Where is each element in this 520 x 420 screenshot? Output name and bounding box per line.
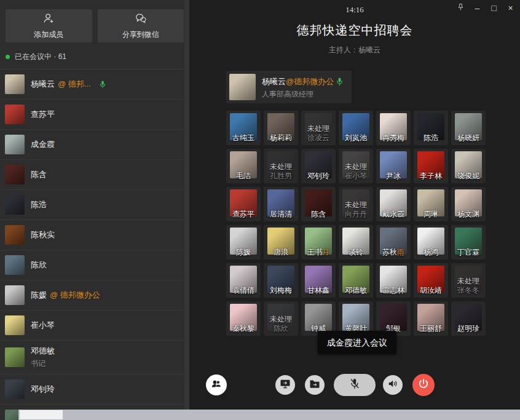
participant-tile[interactable]: 杨文渊	[451, 187, 486, 221]
participant-name: 居清清	[264, 209, 298, 220]
member-row[interactable]: 陈含	[0, 160, 189, 190]
participant-tile[interactable]: 居清清	[264, 187, 298, 221]
participant-tile[interactable]: 陈含	[301, 187, 336, 221]
member-avatar	[5, 225, 25, 245]
speaker-volume-button[interactable]	[383, 375, 403, 395]
participant-tile[interactable]: 丁官霖	[451, 225, 486, 260]
participant-name: 王丽舒	[414, 323, 448, 334]
participant-name: 周琳	[414, 209, 448, 220]
mic-mute-button[interactable]	[334, 374, 376, 396]
participant-tile[interactable]: 毛洁	[226, 149, 261, 183]
participant-tile[interactable]: 未处理张冬冬	[451, 263, 486, 298]
member-subtitle: 书记	[31, 359, 55, 369]
screen-share-button[interactable]	[275, 375, 295, 395]
participant-tile[interactable]: 陈媛	[226, 225, 261, 260]
participant-tile[interactable]: 雷志林	[376, 263, 411, 298]
participant-name: 雷志林	[376, 285, 411, 296]
file-share-button[interactable]	[305, 375, 325, 395]
member-row[interactable]: 崔小琴	[0, 311, 189, 341]
participant-name: 陈媛	[226, 247, 261, 258]
member-row[interactable]: 陈秋实	[0, 220, 189, 250]
participant-tile[interactable]: 刘梅梅	[264, 263, 298, 298]
participant-tile[interactable]: 陈浩	[414, 111, 448, 145]
participant-tile[interactable]: 杨鸿	[414, 225, 448, 260]
participant-tile[interactable]: 杨莉莉	[264, 111, 298, 145]
member-list-scrollbar[interactable]	[184, 0, 189, 420]
participant-tile[interactable]: 饶俊妮	[451, 149, 486, 183]
participant-name: 李子林	[414, 171, 448, 181]
member-avatar	[5, 74, 25, 94]
minimize-button[interactable]: –	[469, 0, 486, 16]
participant-tile[interactable]: 未处理崔小琴	[339, 149, 373, 183]
participant-tile[interactable]: 李子林	[414, 149, 448, 183]
member-list: 杨曦云@ 德邦...查苏平成金霞陈含陈浩陈秋实陈欣陈媛@ 德邦微办公崔小琴邓德敏…	[0, 69, 189, 420]
members-button[interactable]	[206, 374, 227, 395]
participant-name: 邓德敏	[339, 285, 373, 296]
participant-name: 杨晓妍	[451, 133, 486, 143]
participant-name: 查苏平	[226, 209, 261, 220]
power-icon	[417, 378, 430, 392]
member-row[interactable]: 陈欣	[0, 250, 189, 280]
participant-tile[interactable]: 王书月	[301, 225, 336, 260]
participant-tile[interactable]: 古纯玉	[226, 111, 261, 145]
participant-tile[interactable]: 查苏平	[226, 187, 261, 221]
participant-tile[interactable]: 冉秀梅	[376, 111, 411, 145]
share-wechat-button[interactable]: 分享到微信	[98, 9, 184, 42]
member-avatar	[5, 195, 25, 215]
participant-tile[interactable]: 戴永霞	[376, 187, 411, 221]
pin-button[interactable]	[452, 0, 469, 16]
participant-tile[interactable]: 王丽舒	[414, 301, 448, 336]
window-controls: – □ ×	[452, 0, 519, 16]
speaker-card[interactable]: 杨曦云 @德邦微办公 人事部高级经理	[226, 71, 352, 103]
member-row[interactable]: 邓钊玲	[0, 374, 189, 405]
participant-tile[interactable]: 邓钊玲	[301, 149, 336, 183]
member-row[interactable]: 邓德敏书记	[0, 341, 189, 374]
participant-name: 戴永霞	[376, 209, 411, 220]
member-org: @ 德邦微办公	[50, 290, 100, 301]
participant-name: 刘梅梅	[264, 285, 298, 296]
participant-name: 甘林鑫	[301, 285, 336, 296]
maximize-button[interactable]: □	[486, 0, 502, 16]
participant-tile[interactable]: 未处理孔胜男	[264, 149, 298, 183]
participant-tile[interactable]: 未处理向丹丹	[339, 187, 373, 221]
participant-name: 饶俊妮	[451, 171, 486, 181]
participant-tile[interactable]: 杨晓妍	[451, 111, 486, 145]
participant-grid: 古纯玉杨莉莉未处理徐凌云刘岚池冉秀梅陈浩杨晓妍毛洁未处理孔胜男邓钊玲未处理崔小琴…	[226, 111, 486, 336]
participant-tile[interactable]: 尹冰	[376, 149, 411, 183]
member-row[interactable]: 陈媛@ 德邦微办公	[0, 280, 189, 311]
participant-name: 陈欣	[264, 323, 298, 334]
member-row[interactable]: 杨曦云@ 德邦...	[0, 69, 189, 100]
participant-tile[interactable]: 唐浪	[264, 225, 298, 260]
participant-tile[interactable]: 袁倩倩	[226, 263, 261, 298]
member-name: 陈浩	[31, 199, 47, 210]
participant-tile[interactable]: 苏秋雨	[376, 225, 411, 260]
scrollbar-thumb[interactable]	[20, 410, 63, 419]
participant-tile[interactable]: 赵明珍	[451, 301, 486, 336]
participant-tile[interactable]: 周琳	[414, 187, 448, 221]
participant-name: 杨鸿	[414, 247, 448, 258]
participant-tile[interactable]: 秦秋黎	[226, 301, 261, 336]
close-button[interactable]: ×	[502, 0, 519, 16]
member-row[interactable]: 查苏平	[0, 100, 189, 130]
join-toast: 成金霞进入会议	[318, 331, 396, 354]
participant-name: 丁官霖	[451, 247, 486, 258]
participant-tile[interactable]: 未处理徐凌云	[301, 111, 336, 145]
member-row[interactable]: 陈浩	[0, 190, 189, 220]
participant-tile[interactable]: 刘岚池	[339, 111, 373, 145]
member-row[interactable]: 成金霞	[0, 130, 189, 160]
horizontal-scrollbar[interactable]	[18, 410, 520, 420]
members-icon	[210, 378, 223, 392]
member-name: 陈欣	[31, 260, 47, 271]
add-member-button[interactable]: 添加成员	[6, 9, 92, 42]
participant-name: 杨莉莉	[264, 133, 298, 143]
participant-tile[interactable]: 胡汝靖	[414, 263, 448, 298]
end-call-button[interactable]	[412, 374, 435, 396]
participant-tile[interactable]: 甘林鑫	[301, 263, 336, 298]
participant-tile[interactable]: 邓德敏	[339, 263, 373, 298]
speaker-org: @德邦微办公	[286, 76, 334, 87]
participant-tile[interactable]: 未处理陈欣	[264, 301, 298, 336]
mic-on-icon	[335, 77, 344, 89]
participant-tile[interactable]: 谈铃	[339, 225, 373, 260]
member-avatar	[5, 315, 25, 335]
meeting-stage: 14:16 德邦快递空中招聘会 主持人：杨曦云 杨曦云 @德邦微办公 人事部高级…	[189, 0, 520, 420]
